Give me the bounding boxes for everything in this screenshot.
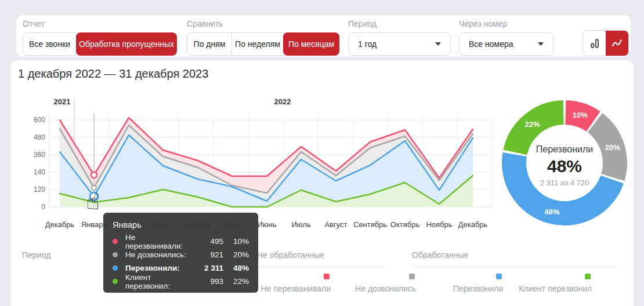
group-divider [257,267,385,268]
chart-tooltip: Январь Не перезванивали: 495 10% Не дозв… [103,213,258,293]
svg-text:20%: 20% [605,143,620,152]
tooltip-row: Не дозвонились: 921 20% [113,248,249,261]
svg-text:0: 0 [41,203,45,211]
chevron-down-icon [538,42,544,46]
table-period-header: Период [22,250,50,260]
svg-text:360: 360 [34,151,45,159]
line-chart-icon [611,38,623,49]
period-label: Период [348,19,377,28]
via-number-select[interactable]: Все номера [459,32,553,56]
group-header-processed: Обработанные [412,250,468,260]
svg-text:Декабрь: Декабрь [45,220,75,229]
compare-switch: По дням По неделям По месяцам [187,32,339,56]
report-option-all-calls[interactable]: Все звонки [23,33,77,55]
compare-option-by-months[interactable]: По месяцам [283,32,339,56]
legend-swatch-green [585,274,591,279]
svg-text:Сентябрь: Сентябрь [353,220,387,229]
toolbar-card: Отчет Все звонки Обработка пропущенных С… [16,15,631,57]
svg-text:Октябрь: Октябрь [390,220,420,229]
svg-text:2021: 2021 [54,97,71,106]
series-dot-gray [113,252,118,257]
legend-swatch-gray [409,274,415,279]
period-select-value: 1 год [358,39,427,49]
hand-cursor-icon: ☝ [86,189,99,214]
bar-chart-icon [589,38,600,49]
svg-text:2022: 2022 [274,97,291,106]
svg-text:48%: 48% [544,207,559,216]
date-range-title: 1 декабря 2022 — 31 декабря 2023 [18,67,208,81]
compare-option-by-weeks[interactable]: По неделям [232,33,284,55]
via-number-label: Через номер [459,19,507,28]
svg-text:Июнь: Июнь [257,220,276,229]
tooltip-month-title: Январь [113,220,249,230]
compare-option-by-days[interactable]: По дням [187,33,232,55]
group-header-unprocessed: Не обработанные [257,250,324,260]
svg-text:Декабрь: Декабрь [458,220,488,229]
svg-text:600: 600 [34,116,45,124]
svg-text:Перезвонили: Перезвонили [536,144,593,154]
bar-chart-toggle-button[interactable] [583,31,606,56]
line-chart-toggle-button[interactable] [606,31,628,56]
report-label: Отчет [23,19,45,28]
svg-text:120: 120 [34,185,45,194]
via-number-select-value: Все номера [469,39,530,49]
svg-text:Август: Август [324,220,347,229]
callback-donut-chart[interactable]: 10%20%48%22%Перезвонили48%2 311 из 4 720 [497,97,632,231]
series-dot-red [113,239,118,244]
report-option-missed-processing[interactable]: Обработка пропущенных [76,32,177,56]
period-select[interactable]: 1 год [348,32,451,56]
chevron-down-icon [435,42,441,46]
series-dot-blue [113,265,118,271]
compare-label: Сравнить [187,19,223,28]
svg-text:140: 140 [34,168,45,176]
column-header-client-called-back: Клиент перезвонил [501,274,592,293]
group-divider [412,267,615,268]
series-dot-green [113,279,118,284]
svg-text:Ноябрь: Ноябрь [426,220,452,229]
svg-text:10%: 10% [573,111,588,119]
tooltip-row: Клиент перезвонил: 993 22% [113,275,249,288]
svg-text:480: 480 [34,133,45,141]
tooltip-row: Не перезванивали: 495 10% [113,235,249,248]
report-switch: Все звонки Обработка пропущенных [23,32,177,56]
svg-text:Июль: Июль [291,220,310,229]
column-header-not-reached: Не дозвонились [329,274,416,293]
svg-text:2 311 из 4 720: 2 311 из 4 720 [540,178,589,187]
column-header-called-back: Перезвонили [416,274,503,293]
svg-text:22%: 22% [525,120,540,129]
svg-text:48%: 48% [547,156,582,176]
chart-type-toggle [583,30,629,56]
